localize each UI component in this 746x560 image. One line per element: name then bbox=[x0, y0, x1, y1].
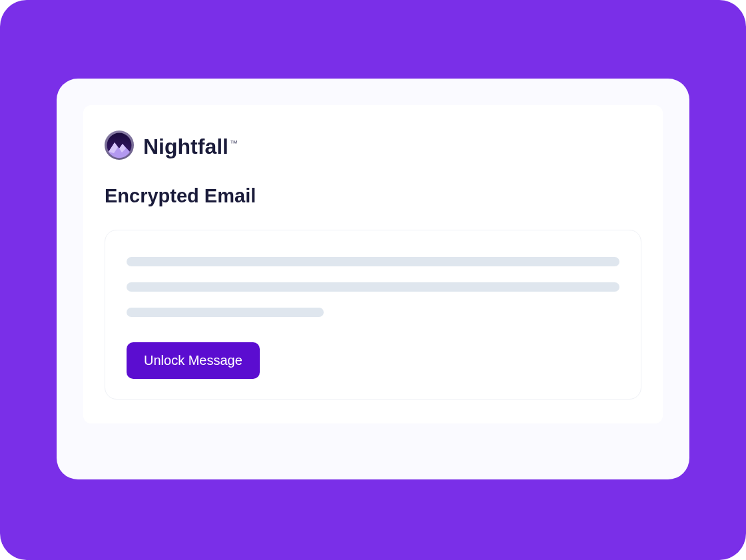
unlock-message-button[interactable]: Unlock Message bbox=[127, 342, 260, 379]
page-title: Encrypted Email bbox=[105, 185, 641, 207]
encrypted-message-box: Unlock Message bbox=[105, 230, 641, 400]
redacted-line bbox=[127, 308, 324, 317]
page-background: Nightfall™ Encrypted Email Unlock Messag… bbox=[0, 0, 746, 560]
brand-trademark: ™ bbox=[230, 139, 238, 148]
email-card: Nightfall™ Encrypted Email Unlock Messag… bbox=[57, 79, 689, 479]
brand-name-text: Nightfall bbox=[143, 135, 228, 158]
brand-name: Nightfall™ bbox=[143, 135, 238, 159]
brand-row: Nightfall™ bbox=[105, 131, 641, 162]
nightfall-logo-icon bbox=[105, 131, 134, 162]
redacted-line bbox=[127, 257, 619, 266]
email-card-inner: Nightfall™ Encrypted Email Unlock Messag… bbox=[83, 105, 663, 423]
redacted-line bbox=[127, 282, 619, 292]
